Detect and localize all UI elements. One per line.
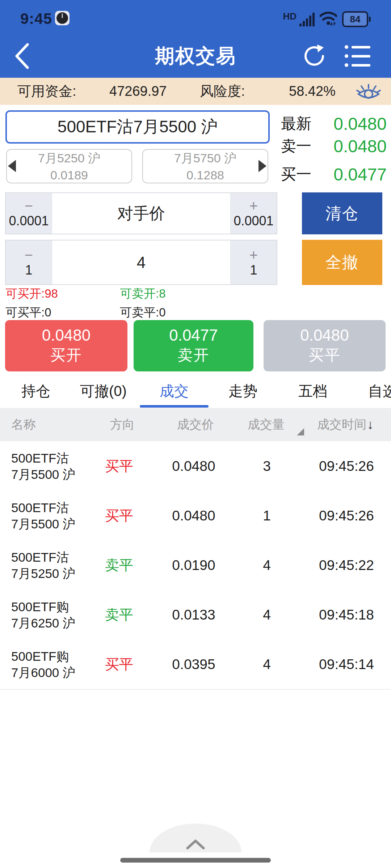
header-time[interactable]: 成交时间 ↓ [317,416,374,433]
trade-row[interactable]: 500ETF购7月6250 沪 卖平 0.0133 4 09:45:18 [0,590,391,640]
price-step-down: 0.0001 [9,214,49,228]
trade-direction: 买平 [105,506,133,526]
active-tab-underline [140,405,209,408]
header-price: 成交价 [177,416,214,433]
header-volume[interactable]: 成交量 [248,416,285,433]
trade-time: 09:45:22 [319,557,374,573]
status-time: 9:45 [20,10,52,27]
page-title: 期权交易 [0,34,391,78]
tab-depth[interactable]: 五档 [298,381,327,401]
trade-price: 0.0395 [172,656,215,672]
quote-bid-row: 买一 0.0477 [281,163,387,186]
trade-price: 0.0480 [172,508,215,524]
minus-icon: − [25,248,33,262]
plus-icon: + [249,248,258,262]
quantity-field[interactable]: 4 [52,241,231,284]
trade-contract-name: 500ETF购7月6000 沪 [11,648,75,681]
volume-sort-icon[interactable] [297,428,304,435]
tab-cancellable[interactable]: 可撤(0) [80,381,127,401]
wifi-icon [320,11,337,27]
hd-icon: HD [283,11,297,22]
tab-watchlist[interactable]: 自选 [368,381,391,401]
back-button[interactable] [7,41,36,71]
trade-direction: 卖平 [105,556,133,575]
prev-contract-price: 0.0189 [50,168,88,182]
prev-contract-name: 7月5250 沪 [38,150,100,167]
expand-panel-handle[interactable] [150,824,241,852]
trade-price: 0.0480 [172,458,215,474]
trade-direction: 卖平 [105,605,133,625]
order-list-menu-button[interactable] [342,43,373,69]
next-contract-button[interactable]: 7月5750 沪 0.1288 [142,149,268,183]
risk-degree-label: 风险度: [200,82,245,101]
sell-open-label: 卖开 [178,345,210,365]
time-sort-desc-icon: ↓ [367,417,374,432]
prev-arrow-icon[interactable] [8,160,16,172]
can-sell-close-label: 可卖平:0 [120,305,166,321]
trades-table-header: 名称 方向 成交价 成交量 成交时间 ↓ [0,408,391,441]
trade-direction: 买平 [105,456,133,476]
bid1-label: 买一 [281,164,311,184]
sell-open-button[interactable]: 0.0477 卖开 [134,320,253,371]
can-buy-open-label: 可买开:98 [5,286,58,302]
trade-row[interactable]: 500ETF沽7月5500 沪 买平 0.0480 1 09:45:26 [0,491,391,541]
trade-time: 09:45:26 [319,458,374,474]
qty-step-down: 1 [25,263,32,277]
trade-row[interactable]: 500ETF沽7月5500 沪 买平 0.0480 3 09:45:26 [0,441,391,492]
prev-contract-button[interactable]: 7月5250 沪 0.0189 [6,149,132,183]
header-name: 名称 [11,416,36,433]
buy-close-label: 买平 [309,345,341,365]
can-sell-open-label: 可卖开:8 [120,286,166,302]
price-plus-button[interactable]: + 0.0001 [231,193,277,234]
latest-label: 最新 [281,114,311,134]
trade-qty: 4 [263,656,271,672]
tab-trend[interactable]: 走势 [228,381,257,401]
can-buy-close-label: 可买平:0 [5,305,51,321]
trade-time: 09:45:18 [319,607,374,623]
home-indicator[interactable] [120,858,271,863]
quote-latest-row: 最新 0.0480 [281,112,387,135]
quote-ask-row: 卖一 0.0480 [281,135,387,158]
trade-direction: 买平 [105,655,133,674]
alarm-clock-icon [55,11,70,25]
qty-plus-button[interactable]: + 1 [231,241,277,284]
trade-time: 09:45:26 [319,508,374,524]
cancel-all-button[interactable]: 全撤 [302,240,382,285]
refresh-button[interactable] [300,43,329,69]
clear-positions-button[interactable]: 清仓 [302,192,382,234]
trade-price: 0.0190 [172,557,215,573]
price-minus-button[interactable]: − 0.0001 [6,193,52,234]
trade-contract-name: 500ETF沽7月5250 沪 [11,549,75,582]
price-stepper: − 0.0001 对手价 + 0.0001 [5,192,277,234]
trade-contract-name: 500ETF沽7月5500 沪 [11,450,75,482]
sell-open-price: 0.0477 [169,326,218,344]
trade-qty: 4 [263,557,271,573]
quantity-stepper: − 1 4 + 1 [5,240,277,285]
minus-icon: − [25,199,33,213]
buy-open-button[interactable]: 0.0480 买开 [5,320,127,371]
buy-open-label: 买开 [50,345,82,365]
bid1-value: 0.0477 [333,165,387,184]
trade-row[interactable]: 500ETF购7月6000 沪 买平 0.0395 4 09:45:14 [0,639,391,690]
next-contract-price: 0.1288 [186,168,224,182]
trade-qty: 1 [263,508,271,524]
price-mode-field[interactable]: 对手价 [52,193,231,234]
battery-percent: 84 [342,11,368,27]
risk-degree-value: 58.42% [289,84,336,99]
eye-toggle-icon[interactable] [353,83,384,101]
next-arrow-icon[interactable] [258,160,266,172]
price-step-up: 0.0001 [234,214,273,228]
qty-minus-button[interactable]: − 1 [6,241,52,284]
trade-price: 0.0133 [172,607,215,623]
trade-row[interactable]: 500ETF沽7月5250 沪 卖平 0.0190 4 09:45:22 [0,540,391,591]
options-trading-screen: 9:45 HD 84 期权交易 [0,0,391,868]
contract-name-input[interactable]: 500ETF沽7月5500 沪 [5,110,270,144]
tab-positions[interactable]: 持仓 [21,381,50,401]
tab-filled[interactable]: 成交 [160,381,189,401]
status-bar: 9:45 HD 84 [0,0,391,34]
status-icons: HD 84 [283,11,371,27]
trade-contract-name: 500ETF购7月6250 沪 [11,599,75,631]
trade-qty: 3 [263,458,271,474]
buy-close-button[interactable]: 0.0480 买平 [264,320,386,371]
trade-qty: 4 [263,607,271,623]
